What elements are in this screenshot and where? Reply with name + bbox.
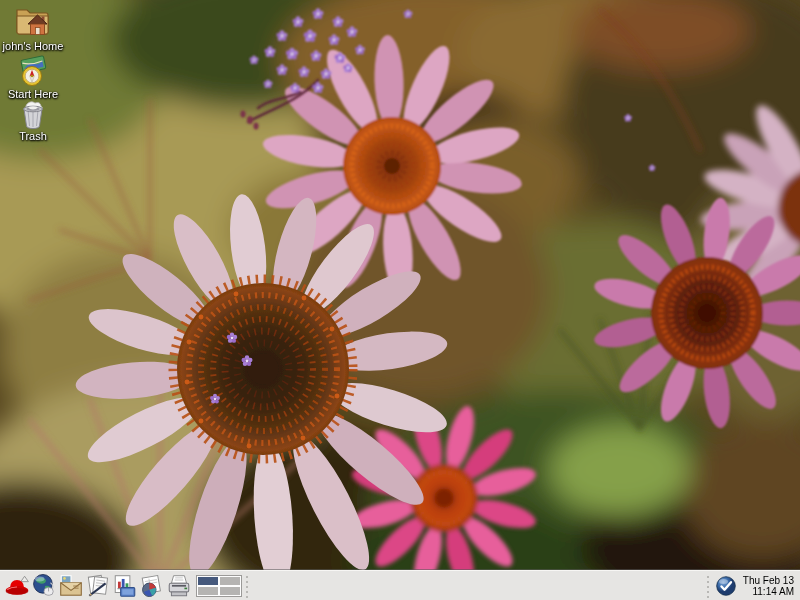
spreadsheet-launcher[interactable]	[138, 572, 165, 600]
desktop-icon-start-here[interactable]: Start Here	[0, 55, 66, 100]
clock[interactable]: Thu Feb 13 11:14 AM	[743, 575, 794, 597]
start-here-icon	[15, 55, 51, 87]
home-folder-icon	[13, 3, 53, 39]
main-menu-button[interactable]	[3, 572, 30, 600]
panel-drag-handle-right[interactable]	[705, 574, 712, 598]
workspace-switcher[interactable]	[196, 575, 242, 597]
calc-pie-chart-icon	[139, 573, 165, 599]
workspace-3[interactable]	[198, 587, 218, 595]
globe-mouse-icon	[31, 573, 57, 599]
wallpaper-coneflowers	[0, 0, 800, 600]
workspace-2[interactable]	[220, 577, 240, 585]
print-manager-launcher[interactable]	[165, 572, 192, 600]
clock-time: 11:14 AM	[743, 586, 794, 597]
envelope-icon	[58, 573, 84, 599]
writer-documents-icon	[85, 573, 111, 599]
email-launcher[interactable]	[57, 572, 84, 600]
update-notification-button[interactable]	[714, 574, 738, 598]
desktop-icon-label: Trash	[19, 130, 47, 142]
desktop-screen: john's Home Start Here	[0, 0, 800, 600]
presentation-launcher[interactable]	[111, 572, 138, 600]
workspace-1[interactable]	[198, 577, 218, 585]
impress-chart-icon	[112, 573, 138, 599]
printer-icon	[166, 573, 192, 599]
trash-icon	[16, 99, 50, 129]
word-processor-launcher[interactable]	[84, 572, 111, 600]
red-hat-icon	[4, 573, 30, 599]
web-browser-launcher[interactable]	[30, 572, 57, 600]
workspace-4[interactable]	[220, 587, 240, 595]
desktop-icon-label: john's Home	[3, 40, 64, 52]
desktop-icon-trash[interactable]: Trash	[0, 99, 66, 142]
update-check-icon	[715, 575, 737, 597]
desktop-icon-johns-home[interactable]: john's Home	[0, 3, 66, 52]
bottom-panel: Thu Feb 13 11:14 AM	[0, 570, 800, 600]
panel-drag-handle-left[interactable]	[244, 574, 251, 598]
clock-date: Thu Feb 13	[743, 575, 794, 586]
